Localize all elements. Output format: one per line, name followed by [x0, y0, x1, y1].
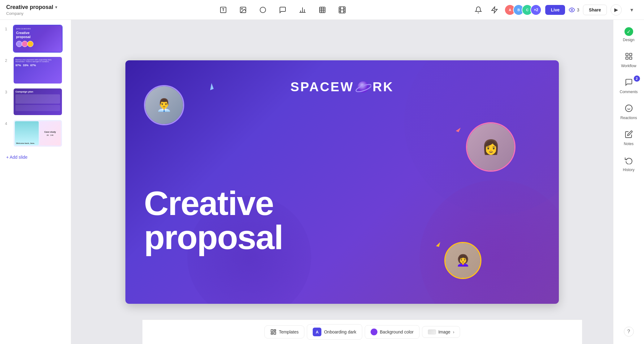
slide-thumb-3[interactable]: Campaign plan	[13, 88, 63, 116]
comments-icon	[623, 77, 634, 88]
svg-rect-31	[629, 53, 632, 56]
svg-rect-27	[274, 330, 276, 331]
svg-rect-29	[271, 333, 273, 334]
slide-title: Creative proposal	[144, 186, 283, 254]
avatar-count: +2	[530, 4, 542, 15]
help-btn[interactable]: ?	[620, 323, 637, 340]
avatar-stack: A B C +2	[504, 4, 542, 15]
bg-color-label: Background color	[380, 329, 414, 334]
design-icon: ✓	[624, 27, 633, 36]
history-tool[interactable]: History	[615, 151, 642, 176]
history-icon	[623, 155, 634, 166]
notes-tool[interactable]: Notes	[615, 125, 642, 150]
table-tool-btn[interactable]	[316, 4, 329, 16]
theme-tool[interactable]: A Onboarding dark	[307, 324, 362, 340]
share-button[interactable]: Share	[583, 5, 607, 15]
slide-canvas: SPACEW RK Creative	[125, 60, 559, 304]
logo-text-1: SPACEW	[290, 80, 354, 94]
title-line-1: Creative	[144, 186, 283, 220]
design-label: Design	[623, 38, 634, 42]
workflow-icon	[623, 51, 634, 62]
chart-tool-btn[interactable]	[296, 4, 309, 16]
templates-icon	[270, 329, 276, 335]
notes-label: Notes	[624, 142, 633, 146]
slide-avatar-3: 👩‍🦱	[444, 242, 481, 279]
more-options-btn[interactable]: ▾	[625, 4, 638, 16]
slide-item-4[interactable]: 4 Welcome back, Jane. Case study 2K 14K	[5, 119, 66, 147]
slide-number-2: 2	[5, 58, 10, 63]
slide-thumb-1[interactable]: SPACEWORK Creativeproposal	[13, 25, 63, 53]
slide-thumb-inner-4: Welcome back, Jane. Case study 2K 14K	[14, 120, 62, 147]
logo-text-2: RK	[372, 80, 394, 94]
image-chevron[interactable]: ›	[453, 329, 455, 334]
add-slide-btn[interactable]: + Add slide	[5, 152, 66, 162]
slide-item-2[interactable]: 2 Backup your argument with supporting d…	[5, 56, 66, 84]
shape-tool-btn[interactable]	[257, 4, 269, 16]
image-tool[interactable]: Image ›	[422, 326, 460, 338]
slide-thumb-inner-1: SPACEWORK Creativeproposal	[14, 25, 62, 52]
templates-label: Templates	[279, 329, 299, 334]
history-label: History	[623, 168, 634, 172]
app-title: Creative proposal	[6, 4, 53, 11]
slide-item-3[interactable]: 3 Campaign plan	[5, 88, 66, 116]
slide-logo: SPACEW RK	[290, 79, 394, 95]
title-chevron[interactable]: ▾	[55, 5, 57, 10]
topbar: Creative proposal ▾ Company	[0, 0, 644, 20]
reactions-tool[interactable]: Reactions	[615, 99, 642, 124]
comments-badge: 2	[634, 75, 640, 82]
notification-btn[interactable]	[472, 4, 485, 16]
design-tool[interactable]: ✓ Design	[615, 24, 642, 46]
templates-tool[interactable]: Templates	[264, 325, 305, 338]
planet-icon	[355, 79, 371, 95]
svg-rect-33	[626, 57, 628, 59]
comments-tool[interactable]: 2 Comments	[615, 73, 642, 98]
slide-thumb-4[interactable]: Welcome back, Jane. Case study 2K 14K	[13, 119, 63, 147]
main-toolbar	[98, 4, 467, 16]
svg-rect-32	[629, 57, 632, 59]
slide-number-3: 3	[5, 90, 10, 94]
svg-point-22	[571, 9, 573, 11]
slide-panel: 1 SPACEWORK Creativeproposal	[0, 20, 71, 344]
reactions-icon	[623, 103, 634, 114]
slide-thumb-inner-2: Backup your argument with supporting dat…	[14, 57, 62, 84]
image-swatch	[428, 329, 436, 334]
reactions-label: Reactions	[620, 116, 637, 120]
topbar-left: Creative proposal ▾ Company	[6, 4, 93, 16]
app-subtitle: Company	[6, 11, 57, 16]
main-content: 1 SPACEWORK Creativeproposal	[0, 20, 644, 344]
canvas-area: SPACEW RK Creative	[71, 20, 613, 344]
svg-rect-28	[274, 332, 276, 334]
slide-number-1: 1	[5, 27, 10, 31]
live-button[interactable]: Live	[545, 5, 565, 15]
media-tool-btn[interactable]	[336, 4, 348, 16]
svg-point-34	[625, 105, 632, 112]
slide-avatar-1: 👨‍💼	[144, 85, 184, 125]
title-line-2: proposal	[144, 220, 283, 254]
lightning-btn[interactable]	[488, 4, 501, 16]
text-tool-btn[interactable]	[217, 4, 229, 16]
play-button[interactable]: ▶	[611, 4, 622, 15]
title-group: Creative proposal ▾ Company	[6, 4, 57, 16]
cursor-arrow-1	[208, 83, 214, 90]
eye-icon	[569, 7, 575, 13]
image-tool-btn[interactable]	[237, 4, 249, 16]
views-btn[interactable]: 3	[569, 7, 579, 13]
theme-text-icon: A	[313, 328, 321, 336]
image-label: Image	[438, 329, 450, 334]
right-sidebar: ✓ Design Workflow 2 Comme	[613, 20, 644, 344]
bottom-toolbar: Templates A Onboarding dark Background c…	[142, 320, 582, 344]
comment-tool-btn[interactable]	[276, 4, 289, 16]
slide-thumb-inner-3: Campaign plan	[14, 88, 62, 115]
svg-point-3	[260, 7, 266, 13]
theme-label: Onboarding dark	[324, 329, 356, 334]
bg-color-tool[interactable]: Background color	[365, 325, 420, 339]
help-icon[interactable]: ?	[624, 327, 634, 337]
slide-number-4: 4	[5, 121, 10, 126]
add-slide-label: + Add slide	[6, 155, 28, 160]
workflow-label: Workflow	[621, 64, 636, 68]
workflow-tool[interactable]: Workflow	[615, 47, 642, 72]
slide-item-1[interactable]: 1 SPACEWORK Creativeproposal	[5, 25, 66, 53]
slide-thumb-2[interactable]: Backup your argument with supporting dat…	[13, 56, 63, 84]
views-count: 3	[577, 7, 579, 12]
svg-marker-21	[492, 7, 497, 13]
